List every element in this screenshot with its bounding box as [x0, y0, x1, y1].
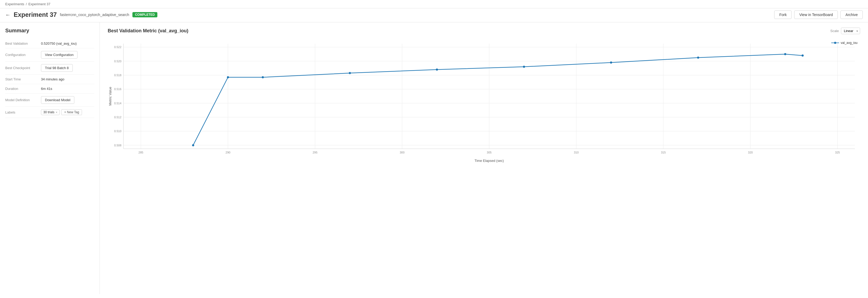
svg-text:0.520: 0.520	[114, 60, 121, 63]
main-content: Summary Best Validation 0.520750 (val_av…	[0, 22, 868, 294]
svg-point-48	[784, 53, 786, 55]
download-model-button[interactable]: Download Model	[41, 96, 74, 104]
duration-row: Duration 6m 41s	[5, 84, 94, 94]
svg-point-44	[436, 68, 438, 71]
start-time-row: Start Time 34 minutes ago	[5, 74, 94, 84]
svg-point-45	[523, 66, 525, 68]
tag-remove-icon[interactable]: ×	[56, 111, 57, 114]
experiment-name: fasterrcnn_coco_pytorch_adaptive_search	[60, 12, 129, 17]
svg-text:295: 295	[313, 151, 317, 154]
svg-text:0.508: 0.508	[114, 144, 121, 147]
svg-text:0.514: 0.514	[114, 102, 121, 105]
scale-control: Scale Linear Log	[830, 28, 860, 34]
svg-text:0.516: 0.516	[114, 88, 121, 91]
svg-text:305: 305	[487, 151, 492, 154]
tensorboard-button[interactable]: View in TensorBoard	[794, 10, 838, 19]
svg-text:0.518: 0.518	[114, 73, 121, 77]
scale-select[interactable]: Linear Log	[841, 28, 860, 34]
breadcrumb: Experiments / Experiment 37	[0, 0, 868, 8]
chart-svg: 0.5080.5100.5120.5140.5160.5180.5200.522…	[108, 38, 860, 165]
configuration-label: Configuration	[5, 53, 37, 57]
legend-label: val_avg_iou	[841, 41, 858, 45]
scale-label: Scale	[830, 29, 839, 33]
tag-30-trials: 30 trials ×	[41, 109, 60, 115]
svg-text:0.522: 0.522	[114, 46, 121, 49]
best-checkpoint-label: Best Checkpoint	[5, 66, 37, 70]
chart-header: Best Validation Metric (val_avg_iou) Sca…	[108, 28, 860, 34]
svg-text:285: 285	[138, 151, 143, 154]
duration-label: Duration	[5, 87, 37, 91]
svg-point-1	[834, 42, 836, 44]
chart-legend: val_avg_iou	[831, 41, 858, 45]
nav-current: Experiment 37	[28, 2, 51, 6]
chart-container: val_avg_iou 0.5080.5100.5120.5140.5160.5…	[108, 38, 860, 165]
best-validation-row: Best Validation 0.520750 (val_avg_iou)	[5, 39, 94, 48]
svg-point-47	[697, 57, 699, 59]
labels-row: Labels 30 trials × + New Tag	[5, 107, 94, 118]
svg-point-40	[192, 144, 194, 146]
labels-label: Labels	[5, 110, 37, 114]
configuration-row: Configuration View Configuration	[5, 48, 94, 61]
status-badge: COMPLETED	[132, 12, 157, 17]
svg-point-46	[610, 61, 612, 64]
tag-label: 30 trials	[43, 110, 54, 114]
trial-batch-button[interactable]: Trial 98 Batch 8	[41, 64, 73, 72]
svg-point-42	[262, 76, 264, 78]
archive-button[interactable]: Archive	[840, 10, 863, 19]
svg-text:Time Elapsed (sec): Time Elapsed (sec)	[474, 159, 504, 163]
header-left: ← Experiment 37 fasterrcnn_coco_pytorch_…	[5, 11, 157, 19]
svg-text:0.512: 0.512	[114, 116, 121, 119]
best-validation-label: Best Validation	[5, 41, 37, 46]
page-title: Experiment 37	[14, 11, 57, 19]
nav-sep: /	[26, 2, 27, 6]
duration-value: 6m 41s	[41, 87, 52, 91]
best-checkpoint-row: Best Checkpoint Trial 98 Batch 8	[5, 61, 94, 74]
svg-text:Metric Value: Metric Value	[108, 87, 112, 106]
svg-text:320: 320	[748, 151, 753, 154]
legend-line-icon	[831, 41, 839, 44]
chart-area: Best Validation Metric (val_avg_iou) Sca…	[100, 22, 868, 294]
svg-text:300: 300	[400, 151, 404, 154]
svg-text:325: 325	[835, 151, 840, 154]
start-time-value: 34 minutes ago	[41, 77, 64, 81]
chart-title: Best Validation Metric (val_avg_iou)	[108, 28, 188, 34]
nav-experiments[interactable]: Experiments	[5, 2, 24, 6]
sidebar: Summary Best Validation 0.520750 (val_av…	[0, 22, 100, 294]
scale-wrapper: Linear Log	[841, 28, 860, 34]
sidebar-title: Summary	[5, 28, 94, 34]
page-header: ← Experiment 37 fasterrcnn_coco_pytorch_…	[0, 8, 868, 22]
start-time-label: Start Time	[5, 77, 37, 81]
best-validation-value: 0.520750 (val_avg_iou)	[41, 41, 77, 46]
header-actions: Fork View in TensorBoard Archive	[774, 10, 863, 19]
svg-point-49	[802, 54, 804, 57]
view-configuration-button[interactable]: View Configuration	[41, 51, 78, 59]
svg-point-41	[227, 76, 229, 78]
fork-button[interactable]: Fork	[774, 10, 792, 19]
svg-point-43	[349, 72, 351, 74]
model-definition-row: Model Definition Download Model	[5, 94, 94, 107]
svg-text:310: 310	[574, 151, 579, 154]
svg-text:315: 315	[661, 151, 666, 154]
svg-text:290: 290	[226, 151, 230, 154]
new-tag-button[interactable]: + New Tag	[61, 109, 82, 115]
model-definition-label: Model Definition	[5, 98, 37, 102]
back-button[interactable]: ←	[5, 12, 10, 18]
svg-text:0.510: 0.510	[114, 129, 121, 133]
